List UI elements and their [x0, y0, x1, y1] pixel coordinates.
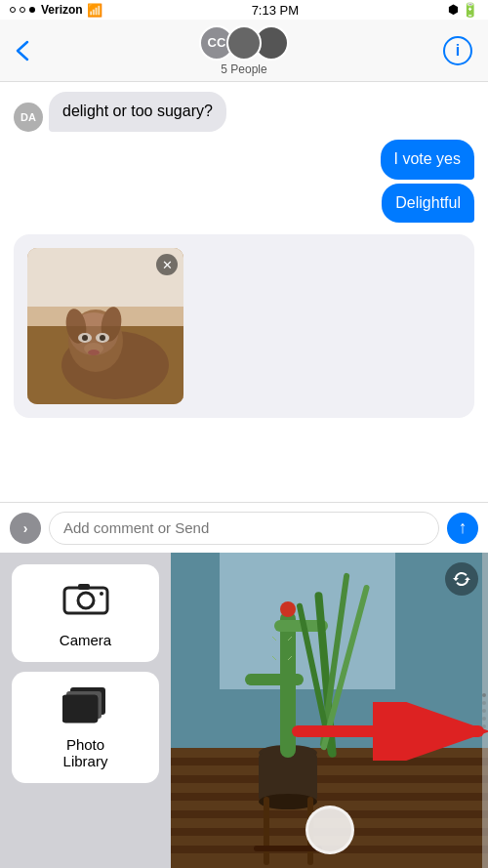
status-time: 7:13 PM	[252, 3, 299, 18]
shutter-button[interactable]	[305, 806, 354, 854]
svg-point-11	[100, 335, 105, 341]
wifi-icon: 📶	[87, 3, 102, 18]
photo-library-label: Photo Library	[63, 736, 108, 769]
svg-point-15	[78, 593, 94, 608]
camera-viewfinder	[171, 553, 488, 868]
signal-dot-3	[29, 7, 35, 13]
camera-flip-button[interactable]	[445, 562, 478, 596]
avatar-da: DA	[14, 103, 43, 132]
message-row-2: I vote yes Delightful	[14, 140, 474, 224]
battery-icon: 🔋	[462, 2, 478, 18]
input-bar: › ↑	[0, 502, 488, 553]
bluetooth-icon: ⬢	[448, 3, 458, 17]
bubble-1: delight or too sugary?	[49, 92, 226, 132]
status-left: Verizon 📶	[10, 3, 102, 18]
status-right: ⬢ 🔋	[448, 2, 478, 18]
photo-library-icon	[62, 685, 109, 728]
svg-rect-26	[171, 775, 488, 783]
camera-background	[171, 553, 488, 868]
svg-rect-35	[245, 674, 304, 685]
signal-dot-1	[10, 7, 16, 13]
side-edge	[482, 553, 488, 868]
send-icon: ↑	[459, 517, 468, 538]
avatar-2	[226, 25, 262, 61]
camera-icon	[62, 578, 109, 624]
svg-point-3	[61, 331, 169, 399]
back-button[interactable]	[16, 40, 29, 62]
svg-rect-1	[27, 326, 183, 404]
messages-area: DA delight or too sugary? I vote yes Del…	[0, 82, 488, 502]
camera-button[interactable]: Camera	[12, 564, 159, 662]
svg-rect-20	[62, 695, 98, 723]
right-stack: I vote yes Delightful	[381, 140, 474, 224]
send-button[interactable]: ↑	[447, 513, 478, 544]
dog-image: ✕	[27, 248, 183, 404]
svg-point-41	[280, 601, 296, 617]
nav-center: CC 5 People	[199, 25, 289, 76]
carrier-label: Verizon	[41, 3, 83, 17]
svg-rect-16	[78, 584, 90, 590]
message-row-1: DA delight or too sugary?	[14, 92, 474, 132]
signal-dot-2	[20, 7, 25, 13]
svg-rect-25	[171, 758, 488, 765]
camera-label: Camera	[60, 632, 111, 648]
nav-bar: CC 5 People i	[0, 20, 488, 82]
app-buttons: Camera Photo Library	[0, 553, 171, 868]
info-button[interactable]: i	[443, 36, 472, 65]
attachment-area: ✕	[14, 234, 474, 418]
svg-point-10	[82, 335, 88, 341]
svg-point-13	[88, 350, 100, 355]
status-bar: Verizon 📶 7:13 PM ⬢ 🔋	[0, 0, 488, 20]
svg-point-8	[78, 333, 92, 343]
svg-rect-27	[171, 793, 488, 801]
svg-rect-46	[264, 797, 269, 865]
svg-point-9	[96, 333, 109, 343]
expand-button[interactable]: ›	[10, 513, 41, 544]
svg-point-12	[84, 343, 103, 354]
group-label: 5 People	[221, 62, 266, 76]
avatar-group: CC	[199, 25, 289, 61]
photo-library-button[interactable]: Photo Library	[12, 672, 159, 783]
message-input[interactable]	[49, 512, 439, 545]
bubble-3: Delightful	[382, 184, 474, 224]
bottom-panel: Camera Photo Library	[0, 553, 488, 868]
bubble-2: I vote yes	[381, 140, 474, 180]
svg-point-17	[100, 592, 103, 596]
